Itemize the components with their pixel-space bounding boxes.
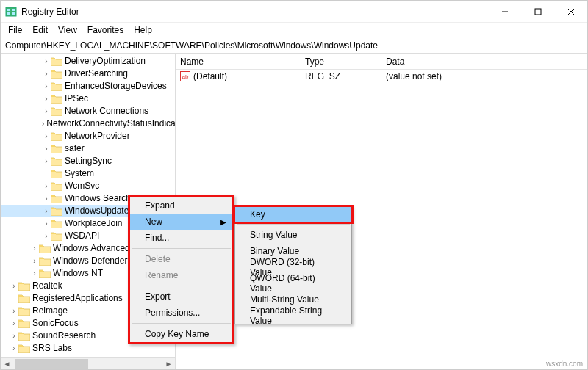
context-menu: Expand New▶ Find... Delete Rename Export… [128, 195, 234, 344]
menu-export[interactable]: Export [130, 289, 232, 305]
menu-file[interactable]: File [4, 23, 26, 37]
chevron-right-icon[interactable]: › [42, 205, 51, 217]
list-row[interactable]: ab(Default) REG_SZ (value not set) [176, 70, 587, 83]
tree-node-enhancedstoragedevices[interactable]: ›EnhancedStorageDevices [1, 80, 175, 92]
menu-rename[interactable]: Rename [130, 267, 232, 283]
tree-label: Network Connections [65, 105, 148, 117]
submenu-arrow-icon: ▶ [220, 218, 226, 226]
tree-scrollbar[interactable]: ◄ ► [1, 357, 175, 369]
tree-node-wcmsvc[interactable]: ›WcmSvc [1, 180, 175, 192]
menu-favorites[interactable]: Favorites [83, 23, 128, 37]
col-name[interactable]: Name [176, 57, 301, 67]
chevron-right-icon[interactable]: › [10, 342, 18, 355]
menu-permissions[interactable]: Permissions... [130, 305, 232, 321]
scroll-right-icon[interactable]: ► [162, 358, 175, 370]
chevron-right-icon[interactable]: › [42, 217, 51, 230]
chevron-right-icon[interactable]: › [42, 230, 51, 242]
submenu-expandable[interactable]: Expandable String Value [235, 308, 351, 324]
svg-rect-0 [6, 7, 16, 16]
tree-node-network-connections[interactable]: ›Network Connections [1, 105, 175, 117]
window-title: Registry Editor [21, 7, 488, 17]
submenu-key[interactable]: Key [233, 205, 354, 224]
folder-icon [51, 156, 62, 166]
submenu-string[interactable]: String Value [235, 227, 351, 243]
scroll-thumb[interactable] [15, 359, 88, 369]
folder-icon [18, 306, 30, 316]
tree-label: DriverSearching [65, 68, 128, 80]
chevron-right-icon[interactable]: › [10, 305, 18, 317]
chevron-right-icon[interactable]: › [30, 255, 39, 267]
folder-icon [18, 344, 30, 353]
menu-new[interactable]: New▶ [130, 214, 232, 230]
menu-separator [132, 286, 231, 286]
chevron-right-icon[interactable]: › [42, 55, 51, 68]
tree-label: Windows Defender [53, 255, 127, 267]
tree-node-ipsec[interactable]: ›IPSec [1, 92, 175, 105]
address-bar[interactable]: Computer\HKEY_LOCAL_MACHINE\SOFTWARE\Pol… [1, 37, 587, 54]
menu-find[interactable]: Find... [130, 230, 232, 246]
chevron-right-icon[interactable]: › [10, 280, 18, 292]
chevron-right-icon[interactable]: › [42, 80, 51, 92]
chevron-right-icon[interactable]: › [10, 317, 18, 330]
chevron-right-icon[interactable]: › [42, 142, 51, 155]
folder-icon [51, 69, 62, 79]
tree-label: Realtek [32, 280, 62, 292]
tree-label: WSDAPI [65, 230, 99, 242]
col-data[interactable]: Data [381, 57, 587, 67]
chevron-right-icon[interactable]: › [42, 92, 51, 105]
chevron-right-icon[interactable]: › [42, 180, 51, 192]
tree-node-deliveryoptimization[interactable]: ›DeliveryOptimization [1, 55, 175, 68]
chevron-right-icon[interactable]: › [30, 242, 39, 255]
window-controls [488, 1, 587, 22]
menu-copy-key-name[interactable]: Copy Key Name [130, 326, 232, 342]
folder-icon [51, 94, 62, 104]
maximize-button[interactable] [521, 1, 554, 22]
folder-icon [51, 81, 62, 91]
tree-node-networkconnectivitystatusindicator[interactable]: ›NetworkConnectivityStatusIndicator [1, 117, 175, 130]
chevron-right-icon[interactable]: › [10, 330, 18, 342]
tree-node-settingsync[interactable]: ›SettingSync [1, 155, 175, 167]
folder-icon [39, 269, 51, 278]
svg-rect-2 [12, 9, 15, 11]
minimize-button[interactable] [488, 1, 521, 22]
folder-icon [18, 331, 30, 341]
menu-separator [132, 248, 231, 249]
folder-icon [18, 281, 30, 291]
menu-edit[interactable]: Edit [28, 23, 52, 37]
chevron-right-icon[interactable]: › [42, 105, 51, 117]
folder-icon [51, 131, 62, 141]
svg-rect-4 [12, 12, 15, 15]
col-type[interactable]: Type [301, 57, 381, 67]
tree-label: SoundResearch [32, 330, 96, 342]
chevron-right-icon[interactable]: › [42, 117, 44, 130]
menu-expand[interactable]: Expand [130, 197, 232, 214]
folder-icon [51, 206, 62, 216]
tree-label: DeliveryOptimization [65, 55, 146, 68]
chevron-right-icon[interactable]: › [42, 155, 51, 167]
tree-node-system[interactable]: System [1, 167, 175, 180]
tree-label: Windows Advanced [53, 242, 130, 255]
close-button[interactable] [554, 1, 587, 22]
tree-label: NetworkConnectivityStatusIndicator [46, 117, 176, 130]
tree-label: System [65, 167, 94, 180]
chevron-right-icon[interactable]: › [42, 68, 51, 80]
address-text: Computer\HKEY_LOCAL_MACHINE\SOFTWARE\Pol… [5, 40, 378, 51]
tree-node-networkprovider[interactable]: ›NetworkProvider [1, 130, 175, 142]
scroll-left-icon[interactable]: ◄ [1, 358, 13, 370]
menu-view[interactable]: View [54, 23, 82, 37]
tree-label: SRS Labs [32, 342, 72, 355]
cell-name: ab(Default) [176, 71, 301, 82]
cell-data: (value not set) [381, 71, 587, 81]
regedit-icon [5, 6, 17, 18]
chevron-right-icon[interactable]: › [42, 130, 51, 142]
menu-delete[interactable]: Delete [130, 251, 232, 267]
chevron-right-icon[interactable]: › [30, 267, 39, 280]
tree-node-driversearching[interactable]: ›DriverSearching [1, 68, 175, 80]
tree-label: WorkplaceJoin [65, 217, 122, 230]
menu-separator [237, 224, 350, 225]
tree-node-safer[interactable]: ›safer [1, 142, 175, 155]
submenu-qword[interactable]: QWORD (64-bit) Value [235, 275, 351, 291]
chevron-right-icon[interactable]: › [42, 192, 51, 205]
menu-help[interactable]: Help [129, 23, 157, 37]
folder-icon [51, 181, 62, 191]
